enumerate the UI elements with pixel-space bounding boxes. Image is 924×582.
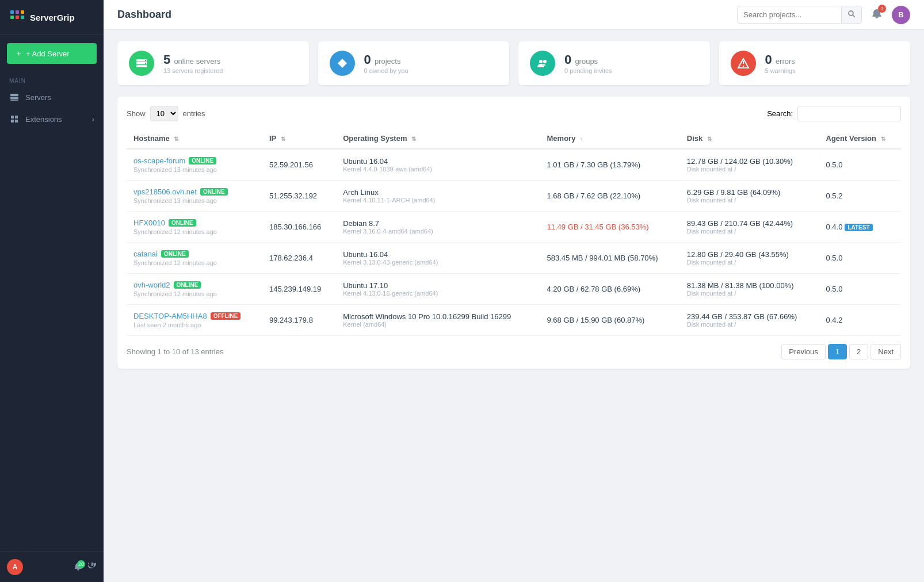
memory-cell-5: 9.68 GB / 15.90 GB (60.87%) [540,305,680,336]
os-kernel-0: Kernel 4.4.0-1039-aws (amd64) [343,166,533,173]
entries-label: entries [183,109,205,118]
svg-rect-3 [16,16,19,19]
sidebar-notification[interactable]: 20 [74,562,83,572]
stat-card-errors: 0 errors 5 warnings [719,41,911,85]
servers-label: Servers [25,93,51,102]
sync-text-5: Last seen 2 months ago [133,321,255,328]
disk-sort-icon: ⇅ [707,136,712,142]
add-server-button[interactable]: ＋ + Add Server [7,43,97,64]
groups-sublabel: 0 pending invites [564,67,612,74]
hostname-cell-5: DESKTOP-AM5HHA8 OFFLINE Last seen 2 mont… [127,305,262,336]
disk-cell-2: 89.43 GB / 210.74 GB (42.44%) Disk mount… [680,212,819,243]
table-search-input[interactable] [797,106,901,121]
extensions-label: Extensions [25,115,62,124]
show-entries-select[interactable]: 10 25 50 [150,106,178,121]
agent-cell-5: 0.4.2 [819,305,902,336]
sidebar-item-extensions[interactable]: Extensions › [0,108,104,130]
projects-stat-info: 0 projects 0 owned by you [364,52,408,74]
disk-cell-4: 81.38 MB / 81.38 MB (100.00%) Disk mount… [680,274,819,305]
hostname-cell-1: vps218506.ovh.net ONLINE Synchronized 13… [127,181,262,212]
search-projects-input[interactable] [738,7,841,22]
os-cell-3: Ubuntu 16.04 Kernel 3.13.0-43-generic (a… [336,243,540,274]
os-cell-5: Microsoft Windows 10 Pro 10.0.16299 Buil… [336,305,540,336]
os-name-2: Debian 8.7 [343,219,533,228]
page-1-button[interactable]: 1 [828,344,847,359]
add-server-label: + Add Server [26,49,70,58]
col-disk[interactable]: Disk ⇅ [680,128,819,149]
errors-count: 0 errors [765,52,796,67]
hostname-cell-3: catanai ONLINE Synchronized 12 minutes a… [127,243,262,274]
col-os[interactable]: Operating System ⇅ [336,128,540,149]
hostname-1[interactable]: vps218506.ovh.net [133,187,197,196]
agent-cell-4: 0.5.0 [819,274,902,305]
hostname-cell-2: HFX0010 ONLINE Synchronized 12 minutes a… [127,212,262,243]
hostname-sort-icon: ⇅ [174,136,178,142]
next-button[interactable]: Next [870,344,901,359]
table-row: catanai ONLINE Synchronized 12 minutes a… [127,243,901,274]
table-section: Show 10 25 50 entries Search: Hostnam [117,97,910,369]
ip-cell-1: 51.255.32.192 [262,181,336,212]
header: Dashboard 0 B [104,0,924,30]
notifications-icon[interactable]: 0 [869,6,885,24]
status-badge-2: ONLINE [169,219,196,227]
user-avatar-header[interactable]: B [892,6,910,24]
svg-rect-1 [10,16,14,19]
col-memory[interactable]: Memory ↑ [540,128,680,149]
svg-rect-4 [21,10,24,14]
svg-point-9 [849,11,853,16]
hostname-3[interactable]: catanai [133,250,158,258]
status-badge-0: ONLINE [189,157,216,164]
table-row: ovh-world2 ONLINE Synchronized 12 minute… [127,274,901,305]
memory-sort-icon: ↑ [580,136,583,142]
svg-line-10 [853,15,855,17]
sidebar-notification-badge: 20 [77,560,85,568]
hostname-2[interactable]: HFX0010 [133,219,165,227]
os-name-4: Ubuntu 17.10 [343,281,533,290]
search-button[interactable] [841,6,861,23]
os-name-1: Arch Linux [343,188,533,197]
previous-button[interactable]: Previous [781,344,826,359]
header-right: 0 B [737,6,910,24]
os-name-5: Microsoft Windows 10 Pro 10.0.16299 Buil… [343,312,533,321]
table-controls-left: Show 10 25 50 entries [127,106,205,121]
power-icon[interactable] [87,562,97,573]
col-agent[interactable]: Agent Version ⇅ [819,128,902,149]
disk-cell-0: 12.78 GB / 124.02 GB (10.30%) Disk mount… [680,149,819,181]
os-kernel-2: Kernel 3.16.0-4-amd64 (amd64) [343,228,533,235]
errors-stat-info: 0 errors 5 warnings [765,52,796,74]
os-kernel-3: Kernel 3.13.0-43-generic (amd64) [343,259,533,266]
logo-icon [9,9,25,25]
hostname-5[interactable]: DESKTOP-AM5HHA8 [133,312,207,320]
os-cell-4: Ubuntu 17.10 Kernel 4.13.0-16-generic (a… [336,274,540,305]
table-controls: Show 10 25 50 entries Search: [127,106,901,121]
status-badge-1: ONLINE [200,188,228,196]
stat-card-servers: 5 online servers 13 servers registered [117,41,309,85]
memory-cell-3: 583.45 MB / 994.01 MB (58.70%) [540,243,680,274]
hostname-0[interactable]: os-scape-forum [133,156,185,165]
sidebar-bottom-icons: 20 [74,562,97,573]
stat-cards: 5 online servers 13 servers registered 0… [117,41,910,85]
user-avatar-small[interactable]: A [7,559,23,575]
servers-sublabel: 13 servers registered [163,67,223,74]
os-sort-icon: ⇅ [411,136,416,142]
stat-card-groups: 0 groups 0 pending invites [518,41,710,85]
extensions-icon [9,114,20,124]
hostname-4[interactable]: ovh-world2 [133,281,170,289]
col-ip[interactable]: IP ⇅ [262,128,336,149]
memory-cell-1: 1.68 GB / 7.62 GB (22.10%) [540,181,680,212]
sync-text-1: Synchronized 13 minutes ago [133,197,255,204]
svg-rect-7 [10,97,18,99]
sidebar-item-servers[interactable]: Servers [0,86,104,108]
col-hostname[interactable]: Hostname ⇅ [127,128,262,149]
servers-stat-icon [129,51,154,76]
memory-cell-0: 1.01 GB / 7.30 GB (13.79%) [540,149,680,181]
agent-cell-2: 0.4.0LATEST [819,212,902,243]
disk-cell-5: 239.44 GB / 353.87 GB (67.66%) Disk moun… [680,305,819,336]
os-kernel-4: Kernel 4.13.0-16-generic (amd64) [343,290,533,297]
sync-text-2: Synchronized 12 minutes ago [133,228,255,235]
projects-sublabel: 0 owned by you [364,67,408,74]
page-2-button[interactable]: 2 [849,344,868,359]
table-row: HFX0010 ONLINE Synchronized 12 minutes a… [127,212,901,243]
notification-badge: 0 [878,5,886,13]
projects-count: 0 projects [364,52,408,67]
